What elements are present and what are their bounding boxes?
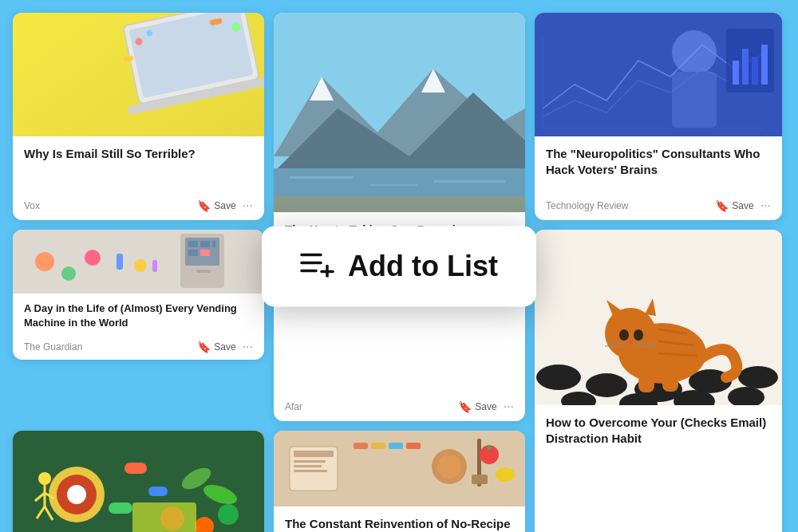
card-email-title: Why Is Email Still So Terrible? [24,146,253,188]
card-vending-body: A Day in the Life of (Almost) Every Vend… [13,294,264,360]
svg-point-99 [634,329,643,341]
card-neuro-body: The "Neuropolitics" Consultants Who Hack… [535,136,782,220]
card-mountain-source: Afar [285,401,302,412]
svg-rect-36 [196,270,211,273]
card-neuro: The "Neuropolitics" Consultants Who Hack… [535,13,782,220]
card-neuro-more-button[interactable]: ··· [760,199,771,212]
card-wellness: We've Reached Peak Wellness. Most of It … [13,431,264,532]
svg-rect-53 [124,463,147,474]
svg-rect-54 [148,487,168,496]
card-email-source: Vox [24,200,40,211]
card-mountain-actions: 🔖 Save ··· [458,400,514,413]
laptop-illustration [84,13,264,136]
card-wellness-image [13,431,264,532]
svg-point-98 [619,329,629,341]
card-email-footer: Vox 🔖 Save ··· [24,199,253,212]
card-mountain-save-button[interactable]: 🔖 Save [458,400,496,413]
card-email-body: Why Is Email Still So Terrible? Vox 🔖 Sa… [13,136,264,220]
card-neuro-actions: 🔖 Save ··· [715,199,771,212]
svg-rect-69 [371,443,385,449]
svg-rect-35 [200,250,210,256]
card-recipe: The Constant Reinvention of No-Recipe Re… [274,431,525,532]
wellness-svg [13,431,264,532]
mountain-svg [274,13,525,212]
svg-rect-24 [733,61,739,85]
card-distraction-title: How to Overcome Your (Checks Email) Dist… [546,415,771,532]
card-email-save-button[interactable]: 🔖 Save [197,199,235,212]
card-vending-actions: 🔖 Save ··· [197,341,253,353]
svg-point-38 [61,266,76,281]
svg-rect-26 [752,57,758,85]
svg-rect-20 [672,72,717,128]
add-to-list-overlay[interactable]: Add to List [262,226,536,306]
svg-point-86 [586,373,627,397]
svg-rect-16 [433,180,505,183]
svg-point-60 [218,504,239,525]
svg-rect-34 [188,250,198,256]
svg-rect-108 [638,375,654,392]
card-vending-save-button[interactable]: 🔖 Save [197,341,235,353]
card-mountain: The Key to Taking Jaw-Dropping Outdoor T… [274,13,525,421]
card-neuro-footer: Technology Review 🔖 Save ··· [546,199,771,212]
pocket-icon-3: 🔖 [715,199,729,212]
svg-rect-66 [294,465,322,467]
svg-rect-77 [488,445,491,450]
svg-point-47 [38,472,51,485]
card-vending-image [13,230,264,294]
list-add-icon-svg [300,248,335,277]
svg-rect-17 [274,196,525,212]
svg-rect-14 [290,176,354,179]
card-neuro-save-button[interactable]: 🔖 Save [715,199,753,212]
vending-svg [13,230,264,294]
svg-rect-55 [109,502,132,514]
svg-rect-64 [294,451,334,457]
svg-rect-33 [212,241,215,247]
svg-rect-68 [354,443,368,449]
svg-point-73 [437,455,461,479]
card-email-more-button[interactable]: ··· [243,199,253,212]
card-vending: A Day in the Life of (Almost) Every Vend… [13,230,264,360]
svg-rect-109 [662,377,678,392]
svg-point-78 [496,467,515,482]
card-recipe-body: The Constant Reinvention of No-Recipe Re… [274,506,525,532]
card-email-actions: 🔖 Save ··· [197,199,253,212]
svg-rect-31 [188,241,198,247]
card-distraction: How to Overcome Your (Checks Email) Dist… [535,230,782,532]
add-to-list-icon [300,248,335,284]
svg-point-46 [67,485,86,504]
card-email: Why Is Email Still So Terrible? Vox 🔖 Sa… [13,13,264,220]
card-vending-more-button[interactable]: ··· [243,341,253,353]
add-to-list-label: Add to List [348,250,498,283]
recipe-svg [274,431,525,506]
svg-point-85 [536,365,581,390]
pocket-icon-4: 🔖 [197,341,211,353]
svg-rect-40 [117,254,123,270]
svg-rect-15 [369,184,417,186]
card-mountain-footer: Afar 🔖 Save ··· [285,400,514,413]
svg-point-37 [35,252,54,271]
card-recipe-title: The Constant Reinvention of No-Recipe Re… [285,516,514,532]
card-distraction-body: How to Overcome Your (Checks Email) Dist… [535,405,782,532]
card-email-image [13,13,264,136]
svg-rect-75 [472,475,488,484]
card-vending-footer: The Guardian 🔖 Save ··· [24,341,253,353]
svg-point-39 [85,250,101,266]
distraction-svg [535,230,782,405]
svg-rect-70 [389,443,403,449]
svg-rect-61 [132,502,196,532]
pocket-icon: 🔖 [197,199,211,212]
svg-rect-71 [406,443,421,449]
card-distraction-image [535,230,782,405]
card-neuro-source: Technology Review [546,200,628,211]
svg-point-89 [738,366,778,388]
svg-rect-27 [761,45,768,85]
svg-rect-65 [294,460,326,463]
svg-rect-32 [200,241,210,247]
card-neuro-image [535,13,782,136]
card-neuro-title: The "Neuropolitics" Consultants Who Hack… [546,146,771,188]
card-vending-source: The Guardian [24,341,82,353]
card-mountain-more-button[interactable]: ··· [504,400,514,413]
svg-point-41 [134,259,147,272]
pocket-icon-2: 🔖 [458,400,472,413]
svg-rect-42 [152,260,157,272]
